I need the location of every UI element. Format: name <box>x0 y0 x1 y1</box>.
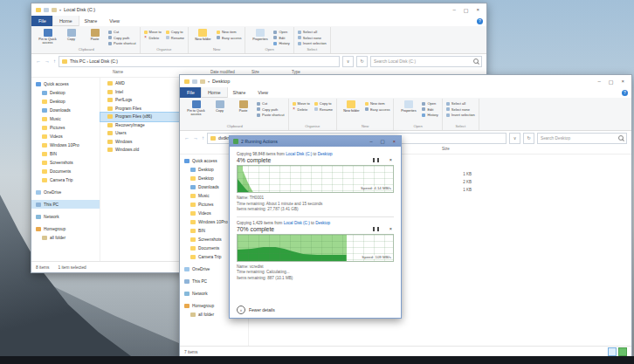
column-header[interactable]: Name <box>113 70 123 74</box>
thumbnails-view-icon[interactable] <box>618 347 627 356</box>
ribbon-small-button[interactable]: Rename <box>166 36 184 40</box>
title-bar[interactable]: ▾ Local Disk (C:) – ▢ × <box>31 3 486 16</box>
back-icon[interactable]: ← <box>36 58 41 64</box>
help-icon[interactable]: ? <box>477 18 483 24</box>
ribbon-small-button[interactable]: New item <box>365 101 389 106</box>
quick-access-toolbar-icon[interactable] <box>44 8 49 12</box>
ribbon-small-button[interactable]: Select none <box>446 107 475 112</box>
pause-icon[interactable] <box>373 227 379 231</box>
quick-access-toolbar-icon[interactable] <box>52 8 57 12</box>
column-header[interactable]: Size <box>442 147 450 151</box>
sidebar-item[interactable]: Homegroup <box>31 224 100 233</box>
ribbon-small-button[interactable]: Rename <box>314 107 333 112</box>
ribbon-small-button[interactable]: Copy to <box>314 101 333 106</box>
ribbon-button[interactable]: New folder <box>341 100 362 113</box>
minimize-button[interactable]: – <box>452 7 455 13</box>
sidebar-item[interactable]: Videos <box>31 132 100 141</box>
source-link[interactable]: Local Disk (C:) <box>284 221 310 225</box>
ribbon-small-button[interactable]: Open <box>422 101 438 106</box>
sidebar-item[interactable]: Network <box>31 212 100 221</box>
tab-view[interactable]: View <box>252 87 274 98</box>
cancel-icon[interactable]: × <box>389 158 392 162</box>
ribbon-small-button[interactable]: Edit <box>422 107 438 112</box>
sidebar-item[interactable]: BIN <box>31 149 100 158</box>
breadcrumb[interactable]: This PC › Local Disk (C:) <box>59 56 340 67</box>
minimize-button[interactable]: – <box>370 139 373 144</box>
sidebar-item[interactable]: Desktop <box>31 97 100 106</box>
tab-share[interactable]: Share <box>227 87 252 98</box>
tab-share[interactable]: Share <box>79 16 104 26</box>
forward-icon[interactable]: → <box>45 58 50 64</box>
tab-home[interactable]: Home <box>53 16 79 26</box>
quick-access-toolbar-icon[interactable] <box>192 79 197 84</box>
ribbon-small-button[interactable]: Select all <box>298 30 327 34</box>
ribbon-small-button[interactable]: Paste shortcut <box>108 41 136 45</box>
up-icon[interactable]: ↑ <box>53 58 56 64</box>
pause-icon[interactable] <box>373 158 379 162</box>
ribbon-small-button[interactable]: Easy access <box>217 36 241 40</box>
ribbon-small-button[interactable]: Copy path <box>108 36 136 40</box>
back-icon[interactable]: ← <box>184 135 190 141</box>
ribbon-small-button[interactable]: × Delete <box>293 107 310 112</box>
tab-view[interactable]: View <box>103 16 126 26</box>
ribbon-small-button[interactable]: History <box>422 113 438 117</box>
maximize-button[interactable]: ▢ <box>609 79 614 85</box>
maximize-button[interactable]: ▢ <box>464 7 469 13</box>
sidebar-item[interactable]: Music <box>31 114 100 123</box>
ribbon-button[interactable]: Paste <box>84 28 106 45</box>
cancel-icon[interactable]: × <box>389 227 392 231</box>
title-bar[interactable]: ▾ Desktop – ▢ × <box>180 75 631 87</box>
help-icon[interactable]: ? <box>622 90 628 96</box>
ribbon-small-button[interactable]: Select all <box>446 101 475 106</box>
refresh-icon[interactable]: ↻ <box>523 133 534 144</box>
ribbon-small-button[interactable]: Invert selection <box>298 41 327 45</box>
tab-file[interactable]: File <box>31 16 53 26</box>
ribbon-small-button[interactable]: Open <box>273 30 289 34</box>
ribbon-small-button[interactable]: Copy path <box>257 107 285 112</box>
sidebar-item[interactable]: Windows 10Pro <box>31 141 100 149</box>
ribbon-small-button[interactable]: Paste shortcut <box>257 113 285 117</box>
address-dropdown-icon[interactable]: ∨ <box>342 56 354 67</box>
ribbon-small-button[interactable]: Move to <box>144 30 162 34</box>
copy-progress-dialog[interactable]: 2 Running Actions – ▢ × Copying 98,848 i… <box>229 135 402 319</box>
ribbon-button[interactable]: Copy <box>209 100 231 116</box>
refresh-icon[interactable]: ↻ <box>356 56 368 67</box>
sidebar-item[interactable]: Desktop <box>31 88 100 97</box>
ribbon-small-button[interactable]: Easy access <box>365 107 389 112</box>
taskbar[interactable] <box>0 356 634 364</box>
close-button[interactable]: × <box>621 79 624 85</box>
ribbon-small-button[interactable]: Select none <box>298 36 327 40</box>
ribbon-button[interactable]: New folder <box>192 28 214 41</box>
quick-access-dropdown-icon[interactable]: ▾ <box>208 79 210 84</box>
details-view-icon[interactable] <box>608 347 617 356</box>
ribbon-small-button[interactable]: Cut <box>257 101 285 106</box>
sidebar-item[interactable]: Pictures <box>31 123 100 132</box>
ribbon-small-button[interactable]: Cut <box>108 30 136 34</box>
search-input[interactable]: Search Local Disk (C:) <box>370 56 482 67</box>
sidebar-item[interactable]: Quick access <box>31 79 100 88</box>
ribbon-button[interactable]: Pin to Quick access <box>37 28 59 45</box>
sidebar-item[interactable]: Downloads <box>31 106 100 114</box>
ribbon-button[interactable]: Properties <box>249 28 271 41</box>
ribbon-small-button[interactable]: Copy to <box>166 30 184 34</box>
sidebar-item[interactable]: Documents <box>31 167 100 175</box>
maximize-button[interactable]: ▢ <box>381 139 385 144</box>
ribbon-button[interactable]: Properties <box>397 100 419 113</box>
ribbon-button[interactable]: Copy <box>60 28 82 45</box>
sidebar-item[interactable]: OneDrive <box>31 188 100 196</box>
quick-access-toolbar-icon[interactable] <box>200 79 205 84</box>
ribbon-small-button[interactable]: Invert selection <box>446 113 475 117</box>
tab-file[interactable]: File <box>180 87 202 98</box>
sidebar-item[interactable]: This PC <box>31 200 100 209</box>
destination-link[interactable]: Desktop <box>318 152 333 156</box>
source-link[interactable]: Local Disk (C:) <box>286 152 312 156</box>
close-button[interactable]: × <box>476 7 479 13</box>
minimize-button[interactable]: – <box>597 79 600 85</box>
ribbon-small-button[interactable]: History <box>273 41 289 45</box>
address-dropdown-icon[interactable]: ∨ <box>509 133 520 144</box>
ribbon-small-button[interactable]: New item <box>217 30 241 34</box>
tab-home[interactable]: Home <box>202 87 227 98</box>
sidebar-item[interactable]: Screenshots <box>31 158 100 167</box>
destination-link[interactable]: Desktop <box>315 221 330 225</box>
fewer-details-button[interactable]: ∧ Fewer details <box>237 302 394 314</box>
